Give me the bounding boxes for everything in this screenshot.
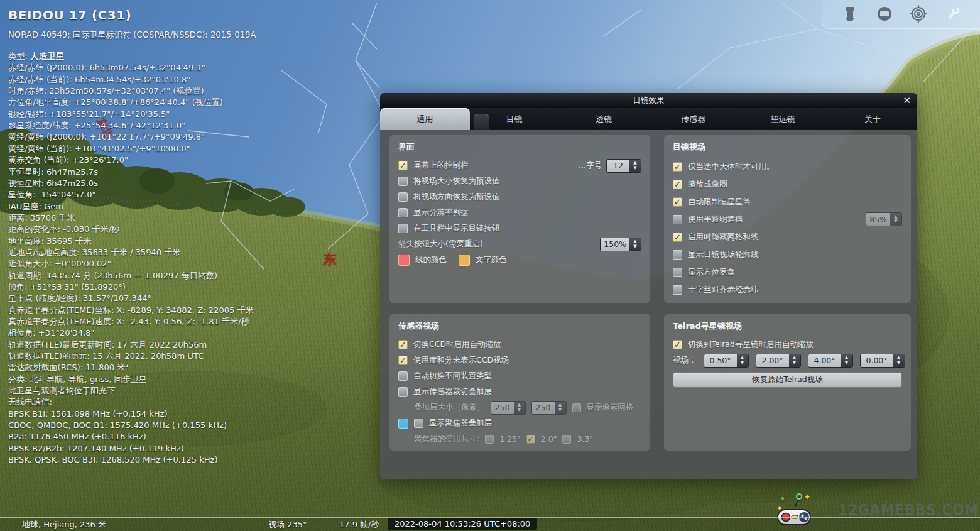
checkbox-label: 使用度和分来表示CCD视场 <box>413 355 509 366</box>
info-line: 真赤道平春分点(TEME)坐标: X: -8289, Y: 34882, Z: … <box>8 305 256 316</box>
tab-6[interactable]: 关于 <box>828 108 918 130</box>
telrad-fov-spinbox-3[interactable]: 4.00° <box>808 354 853 368</box>
status-datetime: 2022-08-04 10:53:26 UTC+08:00 <box>388 518 537 530</box>
info-line: 无线电通信: <box>8 397 256 408</box>
row-focuser-sizes: 聚焦器的使用尺寸: 1.25" 2.0" 3.3" <box>398 432 641 446</box>
checkbox-label: 启用时隐藏网格和线 <box>688 232 759 243</box>
checkbox-limit-magnitude[interactable] <box>673 197 682 207</box>
group-title: Telrad寻星镜视场 <box>673 320 902 332</box>
info-line: 真赤道平春分点(TEME)速度: X: -2.43, Y: 0.56, Z: -… <box>8 316 256 327</box>
spinner-arrows[interactable] <box>737 354 748 367</box>
ocular-view-button[interactable] <box>839 3 861 25</box>
row-hide-grids: 启用时隐藏网格和线 <box>673 229 902 245</box>
spinner-arrows[interactable] <box>893 354 905 367</box>
checkbox-auto-switch[interactable] <box>398 371 408 381</box>
info-line: 轨道数据(TLE)的历元: 15 六月 2022, 20h58m UTC <box>8 351 256 362</box>
telrad-fov-spinbox-1[interactable]: 0.50° <box>704 354 749 368</box>
group-ocular-fov: 目镜视场 仅当选中天体时才可用。 缩放成像圈 自动限制恒星星等 使用半透明遮挡 … <box>664 135 911 303</box>
spin-value: 4.00° <box>808 354 841 367</box>
checkbox-onscreen-control[interactable] <box>398 161 408 170</box>
checkbox-pixel-grid[interactable] <box>572 403 581 412</box>
info-line: 平恒星时: 6h47m25.7s <box>8 167 256 178</box>
spinner-arrows[interactable] <box>789 354 800 367</box>
row-require-selection: 仅当选中天体时才可用。 <box>673 158 902 175</box>
spin-value: 250 <box>532 402 555 414</box>
checkbox-resolution-criterion[interactable] <box>398 208 408 217</box>
tab-1[interactable]: 通用 <box>380 108 470 130</box>
telrad-fov-spinbox-2[interactable]: 2.00° <box>756 354 801 368</box>
checkbox-focuser-20[interactable] <box>526 435 535 444</box>
focuser-color-swatch[interactable] <box>398 419 408 429</box>
row-autozoom-telrad: 切换到Telrad寻星镜时启用自动缩放 <box>673 337 902 352</box>
arrow-scale-spinbox[interactable]: 150% <box>600 238 641 251</box>
status-fov: 视场 235° <box>268 519 307 530</box>
checkbox-autozoom-telrad[interactable] <box>673 340 682 349</box>
info-line: 方位角/地平高度: +25°00'38.8"/+86°24'40.4" (视位置… <box>8 97 256 108</box>
sensor-view-button[interactable] <box>874 3 895 25</box>
info-line: 地平高度: 35695 千米 <box>8 236 256 247</box>
status-bar: 地球, Hejiang, 236 米 视场 235° 17.9 帧/秒 2022… <box>0 517 980 531</box>
dialog-titlebar[interactable]: 目镜效果 ✕ <box>380 93 917 108</box>
close-icon[interactable]: ✕ <box>903 94 911 107</box>
spinner-arrows[interactable] <box>514 402 525 414</box>
row-onscreen-control: 屏幕上的控制栏 ...字号 12 <box>398 158 641 173</box>
checkbox-align-crosshair[interactable] <box>673 285 682 295</box>
row-auto-switch: 自动切换不同装置类型 <box>398 369 641 383</box>
crop-width-spinbox[interactable]: 250 <box>491 401 526 415</box>
checkbox-scale-image-circle[interactable] <box>673 180 682 189</box>
checkbox-label: 显示目镜视场轮廓线 <box>688 249 759 260</box>
checkbox-show-ocular-button[interactable] <box>398 224 408 233</box>
restore-telrad-button[interactable]: 恢复原始Telrad视场 <box>673 372 902 388</box>
crop-height-spinbox[interactable]: 250 <box>531 401 567 415</box>
row-autozoom-ccd: 切换CCD时启用自动缩放 <box>398 337 641 352</box>
checkbox-focuser-overlay[interactable] <box>414 419 423 428</box>
row-show-compass: 显示方位罗盘 <box>673 264 902 280</box>
text-color-swatch[interactable] <box>459 255 470 266</box>
info-line: 黄经/黄纬 (J2000.0): +101°22'17.7"/+9°09'49.… <box>8 131 256 143</box>
spinner-arrows[interactable] <box>629 160 641 172</box>
checkbox-semi-transparent[interactable] <box>673 215 682 224</box>
checkbox-degrees-minutes[interactable] <box>398 356 408 365</box>
svg-text:✦: ✦ <box>804 493 810 501</box>
checkbox-autozoom-ccd[interactable] <box>398 340 408 349</box>
checkbox-label: 自动限制恒星星等 <box>688 197 751 207</box>
oculars-dialog: 目镜效果 ✕ 通用目镜透镜传感器望远镜关于 界面 屏幕上的控制栏 ...字号 1… <box>380 93 917 479</box>
checkbox-focuser-33[interactable] <box>562 435 571 444</box>
checkbox-label: 显示传感器裁切叠加层 <box>413 386 492 397</box>
checkbox-restore-fov-size[interactable] <box>398 177 408 186</box>
checkbox-require-selection[interactable] <box>673 162 682 172</box>
tab-2[interactable]: 目镜 <box>470 108 560 130</box>
info-line: 距离: 35706 千米 <box>8 212 256 224</box>
row-show-ocular-button: 在工具栏中显示目镜按钮 <box>398 221 641 236</box>
spin-value: 2.00° <box>756 354 789 367</box>
compass-label-east: 东 <box>323 250 337 269</box>
row-restore-fov-direction: 将视场方向恢复为预设值 <box>398 190 641 204</box>
checkbox-show-crop[interactable] <box>398 387 408 397</box>
checkbox-label: 显示方位罗盘 <box>688 267 735 278</box>
line-color-swatch[interactable] <box>398 255 410 266</box>
checkbox-restore-fov-direction[interactable] <box>398 192 408 202</box>
telrad-view-button[interactable] <box>908 3 929 25</box>
spinner-arrows[interactable] <box>890 213 901 226</box>
font-size-spinbox[interactable]: 12 <box>606 159 641 173</box>
checkbox-show-contour[interactable] <box>673 250 682 260</box>
ccd-sensor-icon <box>875 4 894 23</box>
checkbox-focuser-125[interactable] <box>485 435 494 444</box>
status-fps: 17.9 帧/秒 <box>339 519 379 530</box>
tab-5[interactable]: 望远镜 <box>738 108 828 130</box>
checkbox-show-compass[interactable] <box>673 268 682 277</box>
tab-4[interactable]: 传感器 <box>649 108 739 130</box>
spinner-arrows[interactable] <box>629 238 641 251</box>
spinner-arrows[interactable] <box>555 402 566 414</box>
checkbox-hide-grids[interactable] <box>673 233 682 242</box>
telrad-fov-spinbox-4[interactable]: 0.00° <box>860 354 905 368</box>
tab-3[interactable]: 透镜 <box>559 108 649 130</box>
transparency-spinbox[interactable]: 85% <box>866 212 902 226</box>
info-line: 分类: 北斗导航, 导航, gnss, 同步卫星 <box>8 374 256 385</box>
info-line: 时角/赤纬: 23h52m50.57s/+32°03'07.4" (视位置) <box>8 85 256 97</box>
object-type-value: 人造卫星 <box>30 51 64 61</box>
spinner-arrows[interactable] <box>841 354 852 367</box>
ocular-settings-button[interactable] <box>942 3 964 25</box>
info-line: BPSK B1I: 1561.098 MHz (+0.154 kHz) <box>8 408 256 420</box>
row-show-crop: 显示传感器裁切叠加层 <box>398 385 641 399</box>
